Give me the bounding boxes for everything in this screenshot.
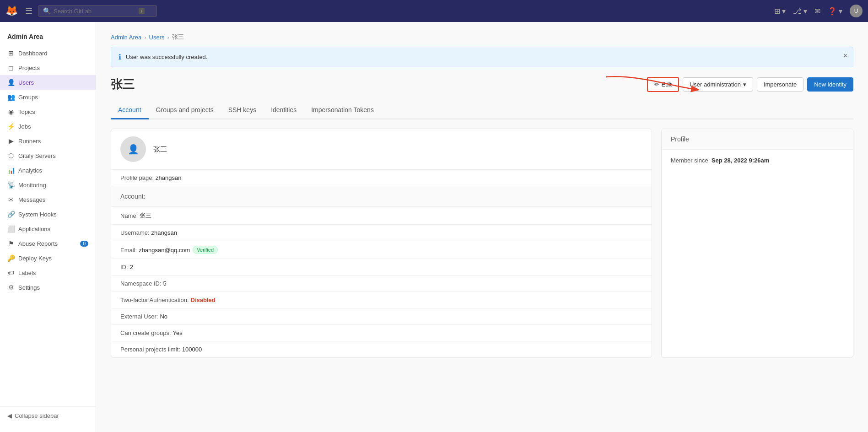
member-since-value: Sep 28, 2022 9:26am bbox=[712, 157, 769, 164]
user-administration-button[interactable]: User administration ▾ bbox=[683, 77, 753, 92]
alert-close-button[interactable]: × bbox=[843, 52, 847, 60]
email-row: Email: zhangsan@qq.com Verified bbox=[111, 241, 652, 259]
page-header: 张三 ✏ Edit User administration bbox=[111, 76, 853, 92]
sidebar-item-label: Dashboard bbox=[18, 50, 48, 57]
account-section-header: Account: bbox=[111, 186, 652, 207]
sidebar-item-label: System Hooks bbox=[18, 211, 57, 218]
external-user-label: External User: bbox=[120, 313, 158, 320]
user-avatar[interactable]: U bbox=[850, 5, 863, 17]
tab-account[interactable]: Account bbox=[111, 102, 149, 119]
sidebar-item-labels[interactable]: 🏷 Labels bbox=[0, 265, 96, 280]
tab-groups-projects[interactable]: Groups and projects bbox=[149, 102, 221, 119]
nav-icons: ⊞ ▾ ⎇ ▾ ✉ ❓ ▾ U bbox=[774, 5, 863, 17]
personal-projects-limit-value: 100000 bbox=[182, 346, 202, 353]
profile-page-value: zhangsan bbox=[156, 174, 181, 181]
analytics-icon: 📊 bbox=[7, 167, 15, 174]
can-create-groups-label: Can create groups: bbox=[120, 329, 171, 336]
sidebar-item-monitoring[interactable]: 📡 Monitoring bbox=[0, 178, 96, 192]
namespace-id-label: Namespace ID: bbox=[120, 280, 162, 287]
sidebar-item-abuse-reports[interactable]: ⚑ Abuse Reports 0 bbox=[0, 236, 96, 251]
sidebar-item-label: Messages bbox=[18, 196, 45, 203]
username-row: Username: zhangsan bbox=[111, 225, 652, 241]
sidebar-item-topics[interactable]: ◉ Topics bbox=[0, 104, 96, 119]
sidebar-item-label: Jobs bbox=[18, 123, 31, 130]
runners-icon: ▶ bbox=[7, 137, 15, 145]
monitoring-icon: 📡 bbox=[7, 181, 15, 189]
email-verified-badge: Verified bbox=[193, 246, 218, 254]
personal-projects-limit-label: Personal projects limit: bbox=[120, 346, 180, 353]
tabs: Account Groups and projects SSH keys Ide… bbox=[111, 102, 853, 119]
chevron-down-icon: ▾ bbox=[743, 81, 746, 88]
sidebar-item-analytics[interactable]: 📊 Analytics bbox=[0, 163, 96, 178]
labels-icon: 🏷 bbox=[7, 269, 15, 276]
breadcrumb-admin-area[interactable]: Admin Area bbox=[111, 34, 141, 41]
merge-requests-icon[interactable]: ⎇ ▾ bbox=[793, 7, 807, 16]
tab-ssh-keys[interactable]: SSH keys bbox=[221, 102, 264, 119]
two-factor-value: Disabled bbox=[191, 297, 216, 303]
sidebar-item-projects[interactable]: ◻ Projects bbox=[0, 60, 96, 75]
projects-icon: ◻ bbox=[7, 64, 15, 71]
sidebar-item-label: Labels bbox=[18, 270, 36, 276]
gitlab-logo-icon: 🦊 bbox=[5, 5, 18, 17]
sidebar-item-messages[interactable]: ✉ Messages bbox=[0, 192, 96, 207]
user-avatar-large: 👤 bbox=[120, 136, 146, 162]
sidebar-item-groups[interactable]: 👥 Groups bbox=[0, 90, 96, 104]
page-title: 张三 bbox=[111, 76, 135, 92]
tab-identities[interactable]: Identities bbox=[264, 102, 304, 119]
abuse-reports-icon: ⚑ bbox=[7, 240, 15, 247]
name-value: 张三 bbox=[140, 211, 151, 220]
sidebar-item-system-hooks[interactable]: 🔗 System Hooks bbox=[0, 207, 96, 221]
deploy-keys-icon: 🔑 bbox=[7, 254, 15, 262]
breadcrumb-sep-2: › bbox=[167, 34, 169, 41]
breadcrumb-sep-1: › bbox=[144, 34, 146, 41]
sidebar-item-label: Abuse Reports bbox=[18, 240, 58, 247]
sidebar-item-gitaly-servers[interactable]: ⬡ Gitaly Servers bbox=[0, 148, 96, 163]
profile-page-row: Profile page: zhangsan bbox=[111, 170, 652, 186]
breadcrumb-users[interactable]: Users bbox=[149, 34, 165, 41]
dashboard-icon: ⊞ bbox=[7, 49, 15, 57]
create-new-icon[interactable]: ⊞ ▾ bbox=[774, 7, 786, 16]
sidebar-item-settings[interactable]: ⚙ Settings bbox=[0, 280, 96, 295]
username-label: Username: bbox=[120, 229, 150, 236]
breadcrumb-current: 张三 bbox=[172, 33, 184, 41]
help-icon[interactable]: ❓ ▾ bbox=[828, 7, 842, 16]
content-grid: 👤 张三 Profile page: zhangsan Account: Nam… bbox=[111, 129, 853, 358]
new-identity-button[interactable]: New identity bbox=[807, 77, 853, 92]
sidebar-item-users[interactable]: 👤 Users bbox=[0, 75, 96, 90]
member-since-info: Member since Sep 28, 2022 9:26am bbox=[662, 150, 853, 171]
todo-icon[interactable]: ✉ bbox=[814, 7, 820, 16]
two-factor-row: Two-factor Authentication: Disabled bbox=[111, 292, 652, 308]
groups-icon: 👥 bbox=[7, 93, 15, 101]
sidebar: Admin Area ⊞ Dashboard ◻ Projects 👤 User… bbox=[0, 22, 96, 432]
collapse-sidebar-button[interactable]: ◀ Collapse sidebar bbox=[0, 406, 96, 425]
sidebar-item-label: Topics bbox=[18, 108, 35, 115]
sidebar-item-label: Analytics bbox=[18, 167, 42, 174]
sidebar-item-label: Groups bbox=[18, 94, 38, 101]
impersonate-button[interactable]: Impersonate bbox=[757, 77, 803, 92]
users-icon: 👤 bbox=[7, 79, 15, 86]
sidebar-item-dashboard[interactable]: ⊞ Dashboard bbox=[0, 46, 96, 60]
sidebar-item-deploy-keys[interactable]: 🔑 Deploy Keys bbox=[0, 251, 96, 265]
id-value: 2 bbox=[130, 264, 133, 270]
topics-icon: ◉ bbox=[7, 108, 15, 115]
profile-card: Profile Member since Sep 28, 2022 9:26am bbox=[661, 129, 853, 358]
menu-toggle-icon[interactable]: ☰ bbox=[25, 6, 32, 16]
id-label: ID: bbox=[120, 264, 128, 270]
slash-shortcut-badge: / bbox=[139, 8, 145, 14]
sidebar-item-jobs[interactable]: ⚡ Jobs bbox=[0, 119, 96, 134]
breadcrumb: Admin Area › Users › 张三 bbox=[111, 33, 853, 41]
can-create-groups-row: Can create groups: Yes bbox=[111, 325, 652, 341]
sidebar-item-applications[interactable]: ⬜ Applications bbox=[0, 221, 96, 236]
name-row: Name: 张三 bbox=[111, 207, 652, 225]
tab-impersonation-tokens[interactable]: Impersonation Tokens bbox=[304, 102, 381, 119]
sidebar-item-label: Settings bbox=[18, 284, 40, 291]
search-input[interactable] bbox=[54, 8, 136, 15]
member-since-label: Member since bbox=[671, 157, 708, 164]
username-value: zhangsan bbox=[151, 229, 177, 236]
sidebar-item-runners[interactable]: ▶ Runners bbox=[0, 134, 96, 148]
edit-button[interactable]: ✏ Edit bbox=[647, 77, 679, 92]
two-factor-label: Two-factor Authentication: bbox=[120, 297, 189, 303]
search-bar[interactable]: 🔍 / bbox=[38, 5, 157, 17]
id-row: ID: 2 bbox=[111, 259, 652, 275]
main-content: Admin Area › Users › 张三 ℹ User was succe… bbox=[96, 22, 868, 432]
